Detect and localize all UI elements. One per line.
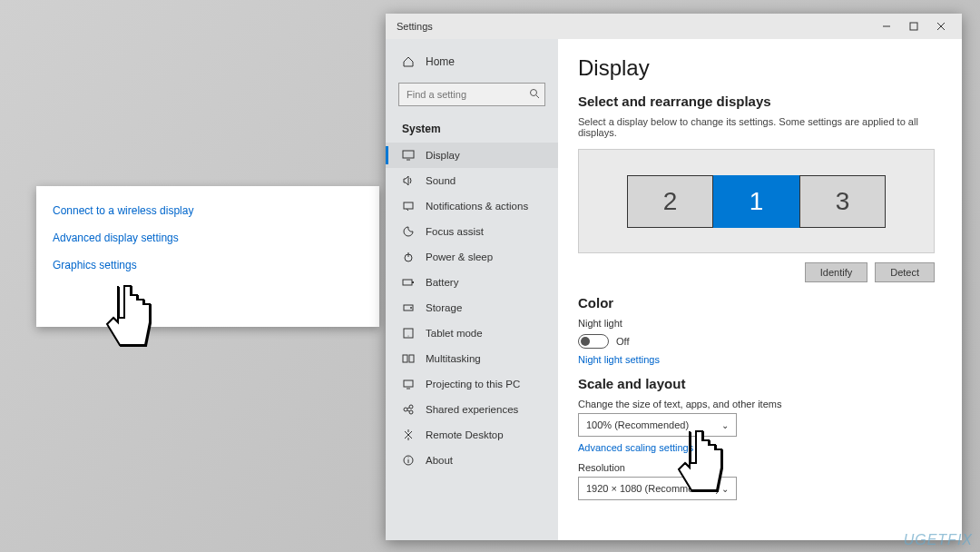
content-area: Display Select and rearrange displays Se…: [558, 39, 962, 540]
maximize-button[interactable]: [900, 17, 927, 35]
sidebar-item-label: Sound: [426, 175, 456, 186]
svg-rect-11: [403, 280, 412, 285]
sidebar-item-focus-assist[interactable]: Focus assist: [386, 219, 558, 244]
scale-value: 100% (Recommended): [586, 419, 689, 430]
svg-rect-12: [412, 281, 414, 283]
scale-dropdown[interactable]: 100% (Recommended) ⌄: [578, 413, 737, 437]
sound-icon: [402, 174, 415, 187]
sidebar-item-sound[interactable]: Sound: [386, 168, 558, 193]
resolution-dropdown[interactable]: 1920 × 1080 (Recommended) ⌄: [578, 477, 737, 500]
sidebar-item-projecting[interactable]: Projecting to this PC: [386, 371, 558, 397]
display-icon: [402, 149, 415, 162]
sidebar-item-label: Power & sleep: [426, 251, 493, 262]
identify-button[interactable]: Identify: [805, 262, 867, 282]
notifications-icon: [402, 200, 415, 212]
sidebar-item-label: Projecting to this PC: [426, 379, 520, 389]
svg-rect-8: [404, 202, 413, 209]
svg-point-16: [408, 336, 409, 337]
night-light-state: Off: [616, 336, 629, 347]
sidebar-item-about[interactable]: About: [386, 448, 558, 473]
storage-icon: [402, 301, 415, 314]
svg-rect-18: [409, 355, 414, 362]
svg-rect-6: [403, 151, 414, 158]
tablet-icon: [402, 327, 415, 340]
sidebar-item-power-sleep[interactable]: Power & sleep: [386, 244, 558, 270]
sidebar-item-label: Notifications & actions: [426, 201, 528, 212]
link-connect-wireless-display[interactable]: Connect to a wireless display: [53, 204, 363, 217]
section-color-title: Color: [578, 295, 935, 310]
advanced-scaling-link[interactable]: Advanced scaling settings: [578, 442, 935, 453]
remote-desktop-icon: [402, 429, 415, 441]
titlebar: Settings: [386, 14, 962, 39]
sidebar-item-label: Storage: [426, 302, 462, 313]
svg-point-22: [409, 410, 413, 414]
multitasking-icon: [402, 352, 415, 365]
about-icon: [402, 454, 415, 467]
sidebar-item-label: Battery: [426, 277, 458, 288]
sidebar-item-remote-desktop[interactable]: Remote Desktop: [386, 422, 558, 448]
close-button[interactable]: [927, 17, 955, 35]
sidebar-item-label: About: [426, 455, 453, 466]
window-title: Settings: [393, 21, 873, 32]
minimize-button[interactable]: [873, 17, 900, 35]
sidebar-item-multitasking[interactable]: Multitasking: [386, 346, 558, 371]
related-settings-popup: Connect to a wireless display Advanced d…: [36, 186, 379, 327]
section-arrange-title: Select and rearrange displays: [578, 94, 935, 109]
night-light-settings-link[interactable]: Night light settings: [578, 354, 935, 365]
sidebar: Home System Display Sound Notifications …: [386, 39, 558, 540]
sidebar-item-label: Focus assist: [426, 226, 484, 237]
chevron-down-icon: ⌄: [721, 420, 729, 430]
display-box-2[interactable]: 2: [627, 175, 713, 228]
link-advanced-display-settings[interactable]: Advanced display settings: [53, 232, 363, 244]
search-input[interactable]: [398, 83, 545, 106]
sidebar-home[interactable]: Home: [386, 48, 558, 75]
watermark: UGETFIX: [904, 532, 973, 548]
scale-label: Change the size of text, apps, and other…: [578, 399, 935, 409]
svg-point-21: [409, 405, 413, 409]
svg-point-14: [410, 307, 412, 309]
section-scale-title: Scale and layout: [578, 376, 935, 391]
projecting-icon: [402, 378, 415, 390]
sidebar-item-label: Tablet mode: [426, 328, 483, 339]
sidebar-item-battery[interactable]: Battery: [386, 270, 558, 295]
section-arrange-desc: Select a display below to change its set…: [578, 116, 935, 138]
svg-line-23: [407, 408, 409, 409]
svg-point-20: [404, 408, 407, 411]
link-graphics-settings[interactable]: Graphics settings: [53, 259, 363, 271]
sidebar-item-tablet-mode[interactable]: Tablet mode: [386, 320, 558, 346]
sidebar-item-label: Shared experiences: [426, 404, 518, 415]
sidebar-item-shared-experiences[interactable]: Shared experiences: [386, 397, 558, 422]
settings-window: Settings Home System Display Sound: [386, 14, 962, 540]
svg-line-24: [407, 410, 409, 411]
sidebar-search[interactable]: [398, 83, 545, 106]
power-icon: [402, 251, 415, 263]
svg-point-31: [408, 458, 409, 458]
focus-icon: [402, 225, 415, 238]
resolution-label: Resolution: [578, 462, 935, 473]
sidebar-home-label: Home: [426, 55, 455, 68]
display-arrangement-panel[interactable]: 2 1 3: [578, 149, 935, 253]
svg-point-4: [531, 90, 537, 96]
chevron-down-icon: ⌄: [721, 484, 729, 494]
display-box-1[interactable]: 1: [713, 175, 799, 228]
display-box-3[interactable]: 3: [799, 175, 886, 228]
shared-icon: [402, 403, 415, 416]
night-light-toggle[interactable]: [578, 334, 609, 349]
home-icon: [402, 55, 415, 68]
night-light-label: Night light: [578, 318, 935, 329]
svg-rect-1: [910, 23, 917, 30]
sidebar-item-notifications[interactable]: Notifications & actions: [386, 193, 558, 219]
svg-rect-19: [404, 380, 413, 387]
search-icon: [529, 86, 540, 103]
svg-rect-17: [403, 355, 407, 362]
sidebar-item-label: Multitasking: [426, 353, 481, 364]
resolution-value: 1920 × 1080 (Recommended): [586, 483, 719, 494]
battery-icon: [402, 276, 415, 289]
detect-button[interactable]: Detect: [875, 262, 935, 282]
sidebar-item-storage[interactable]: Storage: [386, 295, 558, 320]
svg-line-5: [536, 95, 539, 98]
sidebar-item-label: Display: [426, 150, 460, 161]
sidebar-item-display[interactable]: Display: [386, 143, 558, 168]
sidebar-item-label: Remote Desktop: [426, 429, 504, 440]
sidebar-section-system: System: [386, 119, 558, 143]
